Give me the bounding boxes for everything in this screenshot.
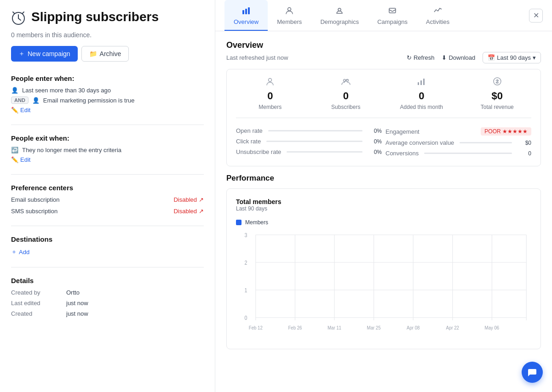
clock-icon <box>11 11 26 28</box>
new-campaign-button[interactable]: ＋ New campaign <box>11 46 78 62</box>
svg-text:0: 0 <box>244 315 247 321</box>
unsub-rate-bar <box>287 151 362 153</box>
created-by-row: Created by Ortto <box>11 289 204 296</box>
chart-card: Total members Last 90 days Members 3 2 1… <box>226 188 541 349</box>
exit-edit-link[interactable]: ✏️ Edit <box>11 156 204 163</box>
legend-dot <box>236 220 242 225</box>
conversions-bar <box>424 153 512 154</box>
created-by-value: Ortto <box>66 289 80 296</box>
edit-icon: ✏️ <box>11 107 18 114</box>
download-icon: ⬇ <box>442 54 447 61</box>
click-rate-row: Click rate 0% <box>236 136 382 147</box>
email-sub-value[interactable]: Disabled ↗ <box>173 196 204 203</box>
pref-centers-section: Preference centers Email subscription Di… <box>11 184 204 215</box>
tab-demographics[interactable]: Demographics <box>311 0 368 31</box>
tab-campaigns-label: Campaigns <box>377 18 408 25</box>
tab-activities-label: Activities <box>426 18 449 25</box>
demographics-tab-icon <box>335 6 344 17</box>
svg-rect-7 <box>248 7 250 14</box>
destinations-title: Destinations <box>11 235 204 243</box>
destinations-section: Destinations ＋ Add <box>11 235 204 256</box>
svg-point-11 <box>269 79 272 82</box>
enter-edit-link[interactable]: ✏️ Edit <box>11 107 204 114</box>
members-stat-value: 0 <box>267 90 273 102</box>
chart-title: Total members <box>236 198 531 205</box>
tabs-bar: Overview Members Demographics Campaigns … <box>215 0 552 31</box>
download-button[interactable]: ⬇ Download <box>442 54 475 61</box>
metrics-right: Engagement POOR ★★★★★ Average conversion… <box>385 125 531 159</box>
added-stat-label: Added this month <box>400 104 443 110</box>
sms-sub-row: SMS subscription Disabled ↗ <box>11 208 204 215</box>
open-rate-label: Open rate <box>236 127 263 134</box>
added-stat-value: 0 <box>419 90 424 102</box>
page-title: Slipping subscribers <box>31 9 159 25</box>
tab-activities[interactable]: Activities <box>417 0 459 31</box>
unsub-rate-value: 0% <box>368 149 382 155</box>
open-rate-value: 0% <box>368 128 382 134</box>
click-rate-label: Click rate <box>236 138 261 145</box>
last-edited-row: Last edited just now <box>11 300 204 307</box>
svg-text:Feb 12: Feb 12 <box>249 325 263 331</box>
exit-section: People exit when: ↩️ They no longer meet… <box>11 134 204 163</box>
tab-demographics-label: Demographics <box>320 18 359 25</box>
add-destination-button[interactable]: ＋ Add <box>11 248 204 256</box>
content-area: Overview Last refreshed just now ↻ Refre… <box>215 31 552 358</box>
unsub-rate-label: Unsubscribe rate <box>236 148 281 155</box>
email-sub-row: Email subscription Disabled ↗ <box>11 196 204 203</box>
chevron-down-icon: ▾ <box>533 54 536 61</box>
conversions-label: Conversions <box>385 150 419 157</box>
archive-button[interactable]: 📁 Archive <box>81 46 129 62</box>
external-link-icon: ↗ <box>199 196 204 203</box>
svg-line-2 <box>18 18 21 20</box>
stat-revenue: $0 Total revenue <box>463 77 532 110</box>
action-buttons: ＋ New campaign 📁 Archive <box>11 46 204 62</box>
svg-rect-15 <box>420 80 422 85</box>
overview-header: Overview Last refreshed just now ↻ Refre… <box>226 40 541 63</box>
left-panel: Slipping subscribers 0 members in this a… <box>0 0 215 392</box>
exit-section-title: People exit when: <box>11 134 204 142</box>
poor-badge: POOR ★★★★★ <box>481 127 531 136</box>
click-rate-value: 0% <box>368 138 382 145</box>
archive-icon: 📁 <box>89 50 97 57</box>
stat-members: 0 Members <box>236 77 305 110</box>
revenue-stat-label: Total revenue <box>481 104 514 110</box>
created-label: Created <box>11 310 66 317</box>
svg-line-3 <box>13 12 14 13</box>
revenue-stat-icon <box>493 77 502 88</box>
edit-icon-2: ✏️ <box>11 156 18 163</box>
tab-members[interactable]: Members <box>268 0 311 31</box>
metrics-grid: Open rate 0% Click rate 0% Unsubscribe r… <box>236 125 531 159</box>
open-rate-row: Open rate 0% <box>236 125 382 136</box>
and-badge: AND <box>11 97 29 104</box>
external-link-icon-2: ↗ <box>199 208 204 215</box>
chart-subtitle: Last 90 days <box>236 205 531 212</box>
exit-icon: ↩️ <box>11 147 18 153</box>
enter-section: People enter when: 👤 Last seen more than… <box>11 74 204 114</box>
tab-campaigns[interactable]: Campaigns <box>368 0 417 31</box>
close-button[interactable]: ✕ <box>529 9 543 23</box>
enter-condition-1: 👤 Last seen more than 30 days ago <box>11 87 204 94</box>
tab-overview[interactable]: Overview <box>224 0 268 31</box>
overview-tab-icon <box>242 6 250 17</box>
last-edited-label: Last edited <box>11 300 66 307</box>
sms-sub-value[interactable]: Disabled ↗ <box>173 208 204 215</box>
conversions-value: 0 <box>518 150 531 157</box>
chart-header: Total members Last 90 days <box>236 198 531 212</box>
refresh-icon: ↻ <box>407 54 412 61</box>
chat-button[interactable] <box>522 362 543 383</box>
members-tab-icon <box>285 6 293 17</box>
avg-conv-row: Average conversion value $0 <box>385 137 531 148</box>
svg-line-4 <box>23 12 24 13</box>
chart-legend: Members <box>236 219 531 226</box>
stat-subscribers: 0 Subscribers <box>312 77 380 110</box>
members-stat-label: Members <box>259 104 282 110</box>
avg-conv-bar <box>460 142 512 143</box>
plus-icon: ＋ <box>18 50 25 58</box>
click-rate-bar <box>266 141 362 142</box>
date-filter[interactable]: 📅 Last 90 days ▾ <box>483 52 541 63</box>
refresh-button[interactable]: ↻ Refresh <box>407 54 435 61</box>
details-title: Details <box>11 277 204 284</box>
created-value: just now <box>66 310 88 317</box>
revenue-stat-value: $0 <box>492 90 503 102</box>
avg-conv-label: Average conversion value <box>385 139 454 146</box>
